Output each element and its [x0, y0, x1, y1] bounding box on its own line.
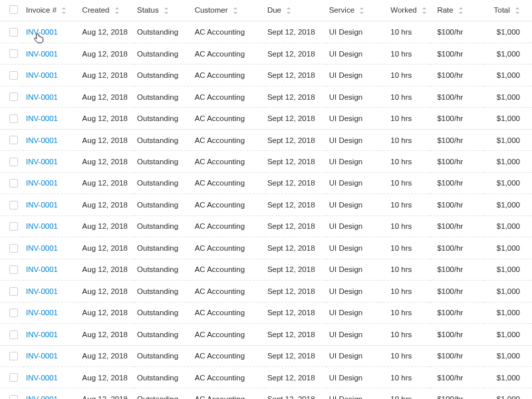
invoice-link[interactable]: INV-0001 — [26, 309, 58, 317]
cell-service: UI Design — [327, 151, 384, 172]
row-select-cell[interactable] — [0, 324, 23, 345]
cell-worked: 10 hrs — [384, 86, 430, 107]
row-checkbox[interactable] — [9, 395, 18, 399]
row-select-cell[interactable] — [0, 215, 23, 237]
row-select-cell[interactable] — [0, 237, 23, 259]
row-select-cell[interactable] — [0, 281, 23, 302]
row-select-cell[interactable] — [0, 151, 23, 172]
row-select-cell[interactable] — [0, 302, 23, 323]
row-checkbox[interactable] — [9, 222, 18, 231]
cell-status: Outstanding — [134, 86, 192, 107]
table-row: INV-0001Aug 12, 2018OutstandingAC Accoun… — [0, 366, 532, 388]
cell-due: Sept 12, 2018 — [265, 324, 327, 345]
row-checkbox[interactable] — [9, 114, 18, 123]
column-header-status[interactable]: Status — [134, 0, 192, 21]
cell-rate: $100/hr — [430, 281, 483, 302]
cell-created: Aug 12, 2018 — [80, 388, 134, 399]
invoice-link[interactable]: INV-0001 — [26, 158, 58, 166]
invoice-link[interactable]: INV-0001 — [26, 352, 58, 360]
column-header-rate[interactable]: Rate — [430, 0, 483, 21]
invoice-link[interactable]: INV-0001 — [26, 222, 58, 230]
invoice-link[interactable]: INV-0001 — [26, 331, 58, 338]
row-checkbox[interactable] — [9, 352, 18, 360]
row-select-cell[interactable] — [0, 388, 23, 399]
row-checkbox[interactable] — [9, 201, 18, 209]
table-row: INV-0001Aug 12, 2018OutstandingAC Accoun… — [0, 237, 532, 259]
table-row: INV-0001Aug 12, 2018OutstandingAC Accoun… — [0, 21, 532, 43]
invoice-link[interactable]: INV-0001 — [26, 136, 58, 144]
cell-created: Aug 12, 2018 — [80, 21, 134, 43]
column-header-customer[interactable]: Customer — [192, 0, 265, 21]
cell-created: Aug 12, 2018 — [80, 172, 134, 194]
invoice-link[interactable]: INV-0001 — [26, 287, 58, 295]
row-checkbox[interactable] — [9, 244, 18, 253]
cell-total: $1,000 — [484, 345, 532, 366]
invoice-link[interactable]: INV-0001 — [26, 71, 58, 79]
table-row: INV-0001Aug 12, 2018OutstandingAC Accoun… — [0, 215, 532, 237]
row-select-cell[interactable] — [0, 21, 23, 43]
row-checkbox[interactable] — [9, 373, 18, 382]
row-select-cell[interactable] — [0, 366, 23, 388]
column-header-due[interactable]: Due — [265, 0, 327, 21]
cell-customer: AC Accounting — [192, 388, 265, 399]
cell-status: Outstanding — [134, 237, 192, 259]
cell-invoice: INV-0001 — [23, 302, 80, 323]
row-select-cell[interactable] — [0, 108, 23, 129]
row-checkbox[interactable] — [9, 179, 18, 188]
invoice-link[interactable]: INV-0001 — [26, 114, 58, 122]
row-select-cell[interactable] — [0, 172, 23, 194]
invoice-link[interactable]: INV-0001 — [26, 179, 58, 187]
invoice-link[interactable]: INV-0001 — [26, 50, 58, 58]
table-row: INV-0001Aug 12, 2018OutstandingAC Accoun… — [0, 172, 532, 194]
row-select-cell[interactable] — [0, 259, 23, 280]
cell-total: $1,000 — [484, 172, 532, 194]
row-checkbox[interactable] — [9, 309, 18, 317]
row-checkbox[interactable] — [9, 28, 18, 37]
column-header-label: Total — [494, 6, 510, 14]
row-select-cell[interactable] — [0, 86, 23, 107]
cell-worked: 10 hrs — [384, 151, 430, 172]
row-checkbox[interactable] — [9, 71, 18, 80]
table-row: INV-0001Aug 12, 2018OutstandingAC Accoun… — [0, 259, 532, 280]
cell-created: Aug 12, 2018 — [80, 86, 134, 107]
invoice-link[interactable]: INV-0001 — [26, 201, 58, 209]
column-header-invoice[interactable]: Invoice # — [23, 0, 80, 21]
cell-service: UI Design — [327, 388, 384, 399]
row-select-cell[interactable] — [0, 43, 23, 64]
cell-total: $1,000 — [484, 21, 532, 43]
invoice-link[interactable]: INV-0001 — [26, 28, 58, 36]
row-select-cell[interactable] — [0, 65, 23, 86]
invoice-link[interactable]: INV-0001 — [26, 395, 58, 399]
column-header-created[interactable]: Created — [80, 0, 134, 21]
cell-created: Aug 12, 2018 — [80, 43, 134, 64]
row-select-cell[interactable] — [0, 345, 23, 366]
cell-customer: AC Accounting — [192, 259, 265, 280]
cell-worked: 10 hrs — [384, 345, 430, 366]
select-all-checkbox[interactable] — [9, 5, 18, 14]
row-select-cell[interactable] — [0, 194, 23, 215]
row-checkbox[interactable] — [9, 92, 18, 101]
column-header-select-all[interactable] — [0, 0, 23, 21]
cell-created: Aug 12, 2018 — [80, 194, 134, 215]
cell-service: UI Design — [327, 302, 384, 323]
cell-invoice: INV-0001 — [23, 65, 80, 86]
invoice-link[interactable]: INV-0001 — [26, 265, 58, 273]
row-checkbox[interactable] — [9, 49, 18, 58]
row-checkbox[interactable] — [9, 265, 18, 274]
column-header-total[interactable]: Total — [484, 0, 532, 21]
cell-due: Sept 12, 2018 — [265, 345, 327, 366]
column-header-service[interactable]: Service — [327, 0, 384, 21]
cell-worked: 10 hrs — [384, 194, 430, 215]
cell-due: Sept 12, 2018 — [265, 259, 327, 280]
invoice-link[interactable]: INV-0001 — [26, 374, 58, 382]
invoice-link[interactable]: INV-0001 — [26, 93, 58, 101]
cell-status: Outstanding — [134, 129, 192, 150]
row-checkbox[interactable] — [9, 331, 18, 339]
row-checkbox[interactable] — [9, 287, 18, 296]
invoice-link[interactable]: INV-0001 — [26, 244, 58, 252]
column-header-worked[interactable]: Worked — [384, 0, 430, 21]
row-select-cell[interactable] — [0, 129, 23, 150]
row-checkbox[interactable] — [9, 136, 18, 144]
row-checkbox[interactable] — [9, 158, 18, 166]
column-header-label: Worked — [390, 6, 416, 14]
